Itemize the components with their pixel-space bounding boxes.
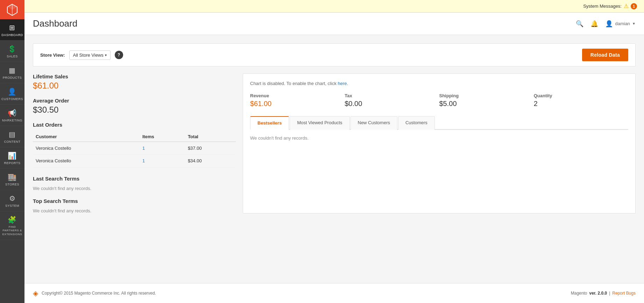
- dashboard-icon: ⊞: [9, 23, 15, 32]
- stats-value: $0.00: [345, 100, 432, 108]
- sidebar-item-content[interactable]: ▤ CONTENT: [0, 126, 24, 147]
- sidebar-item-extensions[interactable]: 🧩 FIND PARTNERS & EXTENSIONS: [0, 211, 24, 240]
- customers-icon: 👤: [8, 87, 16, 96]
- magento-label: Magento: [571, 291, 587, 296]
- last-search-terms-no-records: We couldn't find any records.: [33, 186, 236, 191]
- last-orders-title: Last Orders: [33, 122, 236, 128]
- stats-label: Tax: [345, 93, 432, 98]
- sidebar: ⊞ DASHBOARD 💲 SALES ▦ PRODUCTS 👤 CUSTOME…: [0, 0, 24, 303]
- sidebar-item-label: SALES: [7, 55, 18, 58]
- footer-left: ◈ Copyright© 2015 Magento Commerce Inc. …: [33, 289, 156, 297]
- sidebar-item-label: REPORTS: [4, 161, 21, 165]
- last-search-terms-section: Last Search Terms We couldn't find any r…: [33, 176, 236, 191]
- page-title: Dashboard: [33, 18, 77, 29]
- sidebar-item-products[interactable]: ▦ PRODUCTS: [0, 62, 24, 83]
- items-cell[interactable]: 1: [140, 155, 185, 167]
- total-cell: $34.00: [185, 155, 236, 167]
- page-footer: ◈ Copyright© 2015 Magento Commerce Inc. …: [24, 283, 644, 303]
- left-panel: Lifetime Sales $61.00 Average Order $30.…: [33, 73, 236, 213]
- magento-version: ver. 2.0.0: [589, 291, 607, 296]
- help-icon[interactable]: ?: [115, 51, 123, 59]
- top-search-terms-no-records: We couldn't find any records.: [33, 208, 236, 213]
- sidebar-item-label: STORES: [5, 183, 19, 186]
- system-icon: ⚙: [9, 194, 15, 203]
- store-view-left: Store View: All Store Views ▾ ?: [40, 50, 123, 60]
- lifetime-sales-value: $61.00: [33, 81, 236, 91]
- top-search-terms-title: Top Search Terms: [33, 198, 236, 204]
- extensions-icon: 🧩: [8, 216, 16, 224]
- reports-icon: 📊: [8, 152, 16, 160]
- footer-logo-icon: ◈: [33, 289, 38, 297]
- user-icon: 👤: [605, 20, 613, 28]
- sidebar-item-label: DASHBOARD: [1, 33, 23, 37]
- main-content: System Messages: ⚠ 1 Dashboard 🔍 🔔 👤 dam…: [24, 0, 644, 303]
- username-label: damian: [615, 21, 630, 26]
- stats-label: Quantity: [534, 93, 621, 98]
- footer-right: Magento ver. 2.0.0 | Report Bugs: [571, 291, 636, 296]
- stats-col: Revenue $61.00: [250, 93, 345, 108]
- chevron-down-icon: ▾: [105, 53, 107, 57]
- search-icon[interactable]: 🔍: [576, 20, 583, 28]
- chevron-down-icon: ▼: [632, 22, 636, 26]
- stats-col: Quantity 2: [534, 93, 628, 108]
- right-panel: Chart is disabled. To enable the chart, …: [243, 73, 636, 213]
- customer-cell: Veronica Costello: [33, 155, 140, 167]
- store-view-value: All Store Views: [73, 52, 104, 58]
- last-orders-section: Last Orders Customer Items Total Veronic…: [33, 122, 236, 167]
- sidebar-item-reports[interactable]: 📊 REPORTS: [0, 147, 24, 169]
- stats-label: Shipping: [439, 93, 527, 98]
- stats-row: Revenue $61.00 Tax $0.00 Shipping $5.00 …: [250, 93, 628, 108]
- top-search-terms-section: Top Search Terms We couldn't find any re…: [33, 198, 236, 213]
- footer-copyright: Copyright© 2015 Magento Commerce Inc. Al…: [42, 291, 156, 296]
- stats-value: 2: [534, 100, 621, 108]
- sidebar-item-system[interactable]: ⚙ SYSTEM: [0, 190, 24, 211]
- stats-col: Tax $0.00: [345, 93, 439, 108]
- user-menu[interactable]: 👤 damian ▼: [605, 20, 636, 28]
- average-order-block: Average Order $30.50: [33, 98, 236, 115]
- tab-new-customers[interactable]: New Customers: [351, 116, 397, 130]
- items-cell[interactable]: 1: [140, 142, 185, 155]
- sidebar-item-customers[interactable]: 👤 CUSTOMERS: [0, 83, 24, 105]
- sidebar-item-label: CUSTOMERS: [1, 97, 23, 101]
- lifetime-sales-block: Lifetime Sales $61.00: [33, 73, 236, 91]
- chart-disabled-text: Chart is disabled. To enable the chart, …: [250, 81, 337, 86]
- sidebar-item-sales[interactable]: 💲 SALES: [0, 41, 24, 62]
- marketing-icon: 📢: [8, 109, 16, 117]
- col-total: Total: [185, 132, 236, 142]
- table-row: Veronica Costello 1 $37.00: [33, 142, 236, 155]
- dashboard-grid: Lifetime Sales $61.00 Average Order $30.…: [33, 73, 636, 213]
- lifetime-sales-label: Lifetime Sales: [33, 73, 236, 79]
- average-order-value: $30.50: [33, 105, 236, 115]
- notifications-icon[interactable]: 🔔: [590, 20, 598, 28]
- reload-data-button[interactable]: Reload Data: [582, 49, 628, 61]
- sidebar-item-label: MARKETING: [2, 119, 22, 122]
- page-header: Dashboard 🔍 🔔 👤 damian ▼: [24, 13, 644, 35]
- system-message-bar: System Messages: ⚠ 1: [24, 0, 644, 13]
- footer-separator: |: [609, 291, 610, 296]
- stats-label: Revenue: [250, 93, 338, 98]
- sidebar-item-marketing[interactable]: 📢 MARKETING: [0, 105, 24, 126]
- customer-cell: Veronica Costello: [33, 142, 140, 155]
- tab-customers[interactable]: Customers: [398, 116, 435, 130]
- chart-enable-link[interactable]: here.: [338, 81, 348, 86]
- tab-bestsellers[interactable]: Bestsellers: [250, 116, 289, 130]
- sidebar-item-stores[interactable]: 🏬 STORES: [0, 169, 24, 190]
- tabs-bar: BestsellersMost Viewed ProductsNew Custo…: [250, 116, 628, 130]
- col-items: Items: [140, 132, 185, 142]
- report-bugs-link[interactable]: Report Bugs: [612, 291, 636, 296]
- sidebar-item-label: SYSTEM: [5, 204, 19, 207]
- tab-no-records: We couldn't find any records.: [250, 135, 628, 141]
- table-row: Veronica Costello 1 $34.00: [33, 155, 236, 167]
- total-cell: $37.00: [185, 142, 236, 155]
- main-content-area: Store View: All Store Views ▾ ? Reload D…: [24, 35, 644, 283]
- sidebar-item-label: PRODUCTS: [3, 76, 22, 79]
- sidebar-item-label: CONTENT: [4, 140, 21, 143]
- store-view-select[interactable]: All Store Views ▾: [69, 50, 111, 60]
- average-order-label: Average Order: [33, 98, 236, 104]
- system-message-count: 1: [631, 3, 637, 9]
- sidebar-item-dashboard[interactable]: ⊞ DASHBOARD: [0, 19, 24, 41]
- sidebar-item-label: FIND PARTNERS & EXTENSIONS: [1, 225, 23, 236]
- tab-most-viewed-products[interactable]: Most Viewed Products: [290, 116, 349, 130]
- sidebar-logo[interactable]: [0, 0, 24, 19]
- warning-icon: ⚠: [624, 3, 629, 9]
